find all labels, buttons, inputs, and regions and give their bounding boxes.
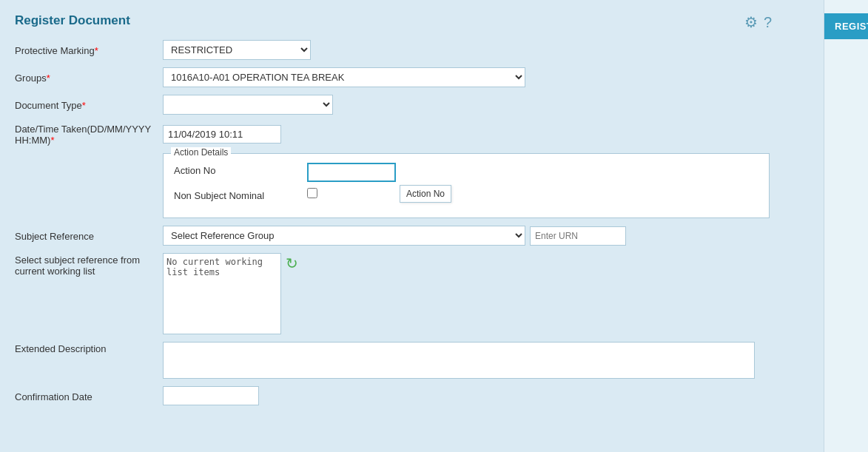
groups-row: Groups* 1016A10-A01 OPERATION TEA BREAK — [15, 67, 809, 87]
protective-marking-select[interactable]: RESTRICTED CONFIDENTIAL SECRET TOP SECRE… — [163, 40, 311, 60]
top-icons: ⚙ ? — [744, 13, 772, 31]
action-no-input[interactable] — [307, 163, 396, 182]
protective-marking-label: Protective Marking* — [15, 44, 163, 56]
confirmation-date-input[interactable] — [163, 386, 259, 405]
non-subject-nominal-checkbox[interactable] — [307, 188, 317, 198]
required-star: * — [95, 45, 98, 56]
subject-reference-select[interactable]: Select Reference Group — [163, 226, 525, 246]
page-wrapper: ⚙ ? Register Document Protective Marking… — [0, 0, 868, 452]
subject-reference-row: Subject Reference Select Reference Group — [15, 226, 809, 246]
gear-icon[interactable]: ⚙ — [744, 13, 758, 31]
working-list-row: Select subject reference from current wo… — [15, 253, 809, 334]
document-type-select[interactable] — [163, 95, 333, 115]
working-list-textarea[interactable]: No current working list items — [163, 253, 281, 334]
action-no-label: Action No — [174, 163, 307, 176]
working-list-wrapper: No current working list items ↻ — [163, 253, 298, 334]
required-star-doctype: * — [82, 100, 86, 111]
extended-desc-row: Extended Description — [15, 342, 809, 379]
groups-select[interactable]: 1016A10-A01 OPERATION TEA BREAK — [163, 67, 525, 87]
right-sidebar: REGISTER — [824, 0, 868, 452]
action-details-title: Action Details — [171, 147, 231, 158]
protective-marking-row: Protective Marking* RESTRICTED CONFIDENT… — [15, 40, 809, 60]
action-details-section: Action Details Action No Action No Non S… — [163, 153, 770, 218]
action-no-row: Action No Action No — [174, 163, 758, 182]
confirmation-date-row: Confirmation Date — [15, 386, 809, 405]
required-star-dt: * — [50, 135, 54, 146]
subject-reference-label: Subject Reference — [15, 229, 163, 242]
document-type-label: Document Type* — [15, 98, 163, 111]
extended-desc-textarea[interactable] — [163, 342, 755, 379]
extended-desc-label: Extended Description — [15, 342, 163, 354]
action-no-tooltip: Action No — [400, 185, 451, 203]
action-details-container: Action Details Action No Action No Non S… — [15, 153, 809, 218]
datetime-input[interactable] — [163, 125, 281, 144]
non-subject-nominal-label: Non Subject Nominal — [174, 188, 307, 201]
datetime-label: Date/Time Taken(DD/MM/YYYY HH:MM)* — [15, 122, 163, 146]
help-icon[interactable]: ? — [764, 14, 772, 31]
register-button[interactable]: REGISTER — [824, 13, 868, 39]
subject-reference-controls: Select Reference Group — [163, 226, 626, 246]
groups-label: Groups* — [15, 71, 163, 84]
document-type-row: Document Type* — [15, 95, 809, 115]
working-list-label: Select subject reference from current wo… — [15, 253, 163, 277]
main-content: ⚙ ? Register Document Protective Marking… — [0, 0, 824, 452]
confirmation-date-label: Confirmation Date — [15, 390, 163, 402]
required-star-groups: * — [47, 72, 50, 84]
non-subject-nominal-row: Non Subject Nominal — [174, 188, 758, 201]
datetime-row: Date/Time Taken(DD/MM/YYYY HH:MM)* — [15, 122, 809, 146]
page-title: Register Document — [15, 13, 809, 28]
urn-input[interactable] — [530, 226, 626, 246]
refresh-icon[interactable]: ↻ — [286, 254, 298, 272]
form-section: Protective Marking* RESTRICTED CONFIDENT… — [15, 40, 809, 405]
